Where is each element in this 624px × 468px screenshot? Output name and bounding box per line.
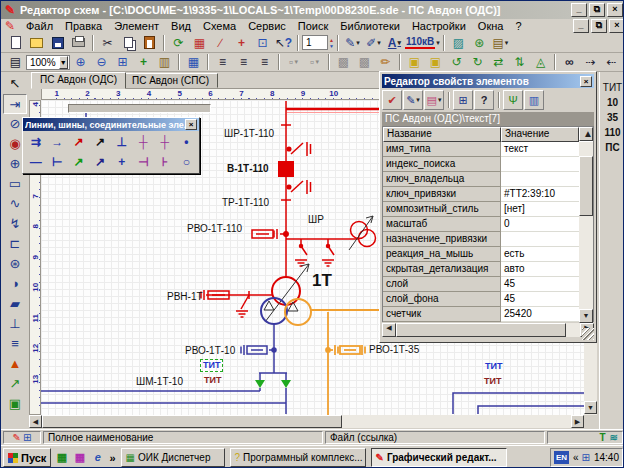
pattern-button-1[interactable]: ▩ [333, 54, 354, 71]
palette-tool-button[interactable]: • [176, 132, 198, 152]
canvas-horizontal-scrollbar[interactable]: ◀ ▶ [29, 415, 597, 428]
apply-button[interactable]: ✔ [382, 90, 402, 110]
palette-tool-button[interactable]: ○ [176, 152, 198, 172]
language-indicator[interactable]: EN [554, 451, 569, 464]
palette-tool-button[interactable]: ↗ [68, 132, 90, 152]
menu-item[interactable]: Вид [165, 20, 197, 32]
menu-item[interactable]: Файл [20, 20, 59, 32]
palette-tool-button[interactable]: → [47, 132, 69, 152]
voltage-level-item[interactable]: 110 [604, 125, 620, 140]
toolbox-tool-button[interactable]: ↗ [3, 374, 27, 394]
toolbox-tool-button[interactable]: ◑ [3, 274, 27, 294]
property-value[interactable]: #ТТ2:39:10 [501, 187, 579, 202]
palette-tool-button[interactable]: ⊣ [133, 152, 155, 172]
menu-item[interactable]: Поиск [292, 20, 334, 32]
copy-button[interactable] [118, 34, 139, 51]
new-button[interactable] [5, 34, 26, 51]
flip-horizontal-button[interactable]: ⇄ [488, 54, 509, 71]
property-value[interactable] [501, 232, 579, 247]
line-width-input[interactable]: 1 [302, 35, 328, 50]
anchor-button-1[interactable]: ▫▾ [283, 54, 304, 71]
dropdown-arrow-icon[interactable]: ▾ [416, 96, 420, 104]
find-next-button[interactable]: ⇢ [580, 54, 601, 71]
find-button[interactable]: ∞ [559, 54, 580, 71]
property-row[interactable]: ключ_привязки#ТТ2:39:10 [383, 187, 593, 202]
property-row[interactable]: счетчик25420 [383, 307, 593, 322]
properties-horizontal-scrollbar[interactable]: ◀ ▶ [382, 323, 594, 337]
tree-button[interactable]: Ψ [503, 90, 523, 110]
tray-app-icon[interactable]: ⊞ [582, 452, 590, 463]
menu-item[interactable]: Настройки [406, 20, 472, 32]
palette-tool-button[interactable]: + [111, 152, 133, 172]
label-tit-blue-left[interactable]: ТИТ [200, 359, 223, 372]
palette-tool-button[interactable]: ↗ [90, 152, 112, 172]
toolbox-tool-button[interactable]: ▣ [3, 394, 27, 414]
scroll-down-icon[interactable]: ▼ [584, 401, 597, 414]
globe-button[interactable]: ⊛ [469, 34, 490, 51]
property-row[interactable]: ключ_владельца [383, 172, 593, 187]
paste-button[interactable] [139, 34, 160, 51]
voltage-level-item[interactable]: ПС [605, 140, 619, 155]
property-value[interactable]: 45 [501, 292, 579, 307]
dropdown-arrow-icon[interactable]: ▾ [398, 39, 402, 47]
property-value[interactable]: [нет] [501, 202, 579, 217]
scroll-right-icon[interactable]: ▶ [571, 415, 584, 428]
align-right-button[interactable]: ≡ [254, 54, 275, 71]
label-tit-red-left[interactable]: ТИТ [204, 375, 221, 386]
export-button[interactable]: ▤▾ [490, 34, 511, 51]
scroll-track[interactable] [342, 415, 571, 428]
start-button[interactable]: Пуск [3, 448, 51, 467]
flip-vertical-button[interactable]: ⇅ [509, 54, 530, 71]
toolbox-tool-button[interactable]: ⊏ [3, 234, 27, 254]
voltage-level-item[interactable]: ТИТ [603, 80, 622, 95]
dropdown-arrow-icon[interactable]: ▾ [438, 96, 442, 104]
refresh-button[interactable]: ⟳ [168, 34, 189, 51]
property-value[interactable] [501, 157, 579, 172]
voltage-dropdown-icon[interactable]: ▾ [436, 39, 440, 47]
property-row[interactable]: масштаб0 [383, 217, 593, 232]
resize-grip[interactable] [582, 328, 594, 340]
label-tit-red-right[interactable]: ТИТ [484, 376, 501, 387]
context-help-button[interactable]: ↖? [273, 34, 294, 51]
toolbox-tool-button[interactable]: ⊥ [3, 314, 27, 334]
property-row[interactable]: назначение_привязки [383, 232, 593, 247]
menu-item[interactable]: Правка [59, 20, 108, 32]
dialog-button[interactable]: ⊞ [453, 90, 473, 110]
cut-button[interactable]: ✂ [97, 34, 118, 51]
align-center-button[interactable]: ≡ [233, 54, 254, 71]
zoom-dropdown-icon[interactable]: ▼ [59, 56, 68, 69]
menu-item[interactable]: Окна [472, 20, 510, 32]
task-graphic-editor[interactable]: ✎ Графический редакт... [371, 448, 507, 467]
select-button[interactable]: ⊡ [252, 34, 273, 51]
palette-tool-button[interactable]: ↗ [90, 132, 112, 152]
menu-item[interactable]: Схема [197, 20, 242, 32]
taskbar-chevron[interactable]: » [109, 452, 115, 464]
minimize-button[interactable]: _ [571, 3, 587, 17]
scroll-left-icon[interactable]: ◀ [382, 323, 396, 337]
tab-ps-avdon-ods[interactable]: ПС Авдон (ОДС) [31, 72, 126, 89]
zoom-in-button[interactable]: ⊕ [70, 54, 91, 71]
scroll-thumb[interactable] [579, 156, 593, 216]
property-value[interactable]: 0 [501, 217, 579, 232]
rotate-right-button[interactable]: ↻ [467, 54, 488, 71]
label-shm-1t-10[interactable]: ШМ-1Т-10 [136, 376, 183, 387]
toolbox-tool-button[interactable]: ⇥ [3, 94, 27, 114]
property-row[interactable]: реакция_на_мышьесть [383, 247, 593, 262]
brush-button[interactable]: ✏ [375, 54, 396, 71]
child-minimize-button[interactable]: _ [573, 19, 589, 33]
label-transformer-1t[interactable]: 1Т [312, 275, 332, 286]
voltage-level-item[interactable]: 35 [607, 110, 618, 125]
open-button[interactable] [26, 34, 47, 51]
palette-tool-button[interactable]: ⊥ [111, 132, 133, 152]
column-header-value[interactable]: Значение [501, 127, 579, 142]
label-rvo-1t-110[interactable]: РВО-1Т-110 [187, 223, 242, 234]
palette-tool-button[interactable]: ↗ [68, 152, 90, 172]
font-button[interactable]: A▾ [384, 34, 405, 51]
scroll-thumb[interactable] [42, 415, 342, 428]
toolbox-tool-button[interactable]: ▭ [3, 174, 27, 194]
help-button[interactable]: ? [474, 90, 494, 110]
zoom-combo[interactable]: 100% ▼ [26, 55, 70, 70]
palette-tool-button[interactable]: ⊢ [47, 152, 69, 172]
mirror-button[interactable]: ◬ [530, 54, 551, 71]
anchor-button-2[interactable]: ▫▾ [304, 54, 325, 71]
